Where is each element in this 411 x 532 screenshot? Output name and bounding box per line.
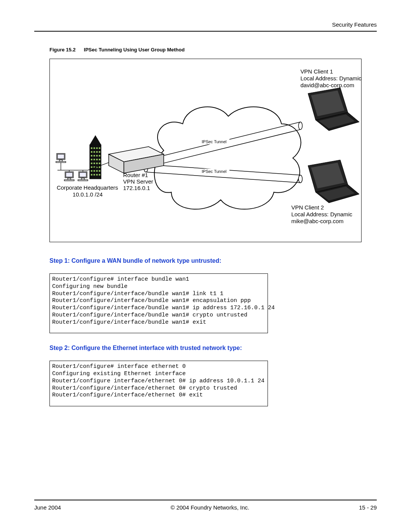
client2-line1: VPN Client 2: [291, 204, 324, 211]
router-line1: Router #1: [123, 172, 148, 178]
svg-rect-17: [96, 147, 98, 149]
svg-point-8: [298, 175, 302, 183]
svg-rect-56: [80, 173, 86, 177]
svg-rect-34: [99, 163, 100, 164]
hq-line1: Corporate Headquarters: [57, 184, 118, 191]
svg-rect-23: [91, 155, 92, 157]
cloud-icon: [155, 107, 301, 209]
step2-heading: Step 2: Configure the Ethernet interface…: [49, 345, 362, 351]
laptop-1-icon: [308, 88, 359, 131]
svg-rect-18: [99, 147, 100, 149]
svg-marker-14: [90, 135, 101, 145]
svg-rect-40: [94, 170, 95, 172]
svg-rect-39: [91, 170, 92, 172]
svg-rect-53: [68, 178, 71, 180]
footer-page: 15 - 29: [359, 504, 377, 511]
svg-rect-21: [96, 151, 98, 153]
svg-rect-57: [81, 178, 84, 180]
svg-rect-13: [90, 145, 101, 179]
figure-caption: Figure 15.2 IPSec Tunneling Using User G…: [49, 47, 377, 53]
svg-rect-42: [99, 170, 100, 172]
header-rule: [34, 31, 377, 32]
svg-rect-29: [96, 159, 98, 160]
tunnel-2-label: IPSec Tunnel: [202, 169, 226, 174]
step1-code: Router1/configure# interface bundle wan1…: [49, 273, 268, 333]
svg-rect-25: [96, 155, 98, 157]
router-line2: VPN Server: [123, 178, 153, 185]
svg-rect-52: [66, 173, 73, 177]
desktop-3-icon: [78, 172, 88, 181]
router-line3: 172.16.0.1: [123, 185, 150, 191]
svg-rect-45: [96, 174, 98, 176]
step1-heading: Step 1: Configure a WAN bundle of networ…: [49, 257, 362, 264]
footer-rule: [34, 500, 377, 500]
diagram: IPSec Tunnel IPSec Tunnel: [49, 59, 362, 242]
desktop-1-icon: [56, 153, 66, 163]
svg-rect-19: [91, 151, 92, 153]
hq-line2: 10.0.1.0 /24: [73, 191, 103, 198]
svg-rect-28: [94, 159, 95, 160]
svg-rect-22: [99, 151, 100, 153]
svg-rect-26: [99, 155, 100, 157]
svg-rect-54: [64, 180, 74, 181]
client1-line2: Local Address: Dynamic: [300, 75, 361, 81]
svg-point-3: [298, 122, 302, 129]
svg-rect-31: [91, 163, 92, 164]
client2-line2: Local Address: Dynamic: [291, 211, 352, 217]
svg-rect-30: [99, 159, 100, 160]
svg-rect-50: [56, 161, 66, 163]
diagram-svg: IPSec Tunnel IPSec Tunnel: [50, 59, 361, 242]
footer: June 2004 © 2004 Foundry Networks, Inc. …: [34, 500, 377, 511]
client2-line3: mike@abc-corp.com: [291, 218, 343, 224]
svg-rect-49: [59, 160, 62, 161]
svg-rect-58: [78, 180, 88, 181]
svg-rect-24: [94, 155, 95, 157]
footer-date: June 2004: [34, 504, 61, 511]
tunnel-1-label: IPSec Tunnel: [202, 139, 226, 144]
figure-title: IPSec Tunneling Using User Group Method: [84, 47, 185, 53]
desktop-2-icon: [64, 172, 74, 181]
svg-rect-43: [91, 174, 92, 176]
svg-rect-15: [91, 147, 92, 149]
svg-rect-33: [96, 163, 98, 164]
svg-rect-44: [94, 174, 95, 176]
building-icon: [90, 135, 101, 179]
svg-rect-27: [91, 159, 92, 160]
client1-line1: VPN Client 1: [300, 68, 333, 75]
header-section: Security Features: [34, 21, 377, 31]
svg-rect-48: [57, 154, 64, 159]
svg-rect-16: [94, 147, 95, 149]
svg-rect-38: [99, 166, 100, 168]
svg-rect-41: [96, 170, 98, 172]
footer-copyright: © 2004 Foundry Networks, Inc.: [170, 504, 249, 511]
client1-line3: david@abc-corp.com: [300, 82, 354, 88]
svg-rect-35: [91, 166, 92, 168]
svg-rect-32: [94, 163, 95, 164]
step2-code: Router1/configure# interface ethernet 0 …: [49, 361, 268, 406]
laptop-2-icon: [308, 160, 359, 203]
svg-rect-46: [99, 174, 100, 176]
page: Security Features Figure 15.2 IPSec Tunn…: [0, 0, 411, 532]
svg-rect-20: [94, 151, 95, 153]
figure-number: Figure 15.2: [49, 47, 76, 53]
